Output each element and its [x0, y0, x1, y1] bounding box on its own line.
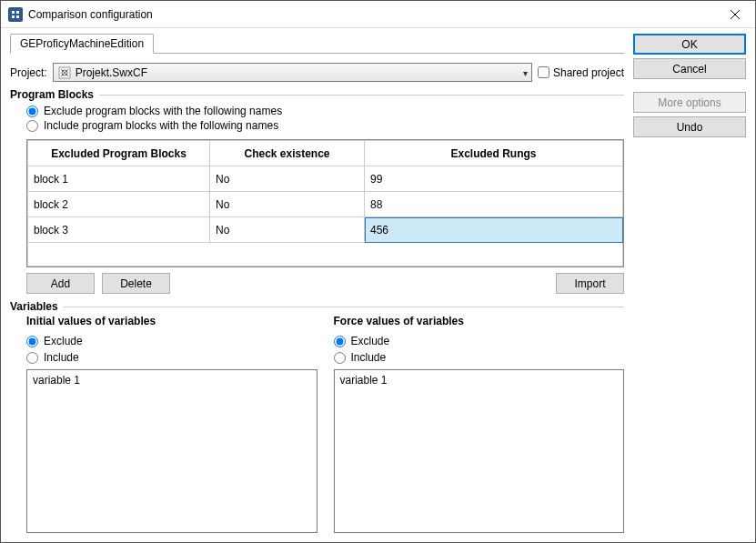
close-icon	[731, 10, 740, 19]
project-file-icon	[57, 65, 72, 80]
force-values-panel: Force values of variables Exclude Includ…	[334, 315, 625, 533]
force-exclude-input[interactable]	[334, 336, 346, 347]
program-blocks-group: Program Blocks Exclude program blocks wi…	[10, 95, 624, 294]
cell-check[interactable]: No	[210, 192, 365, 217]
svg-rect-2	[12, 15, 15, 18]
more-options-button[interactable]: More options	[633, 92, 746, 113]
window-title: Comparison configuration	[28, 8, 153, 21]
cell-rungs-selected[interactable]: 456	[365, 217, 623, 243]
tabstrip: GEProficyMachineEdition	[10, 34, 624, 54]
cell-rungs[interactable]: 99	[365, 166, 623, 192]
shared-project-label: Shared project	[553, 66, 624, 79]
table-row[interactable]: block 1 No 99	[28, 166, 623, 192]
ok-button[interactable]: OK	[633, 34, 746, 55]
empty-cell[interactable]	[28, 243, 623, 266]
initial-exclude-label: Exclude	[44, 335, 83, 347]
shared-project-checkbox[interactable]: Shared project	[538, 66, 624, 79]
import-button[interactable]: Import	[556, 273, 624, 294]
force-heading: Force values of variables	[334, 315, 625, 327]
side-button-panel: OK Cancel More options Undo	[633, 34, 746, 533]
program-blocks-table[interactable]: Excluded Program Blocks Check existence …	[26, 139, 624, 267]
pb-exclude-input[interactable]	[26, 106, 38, 117]
force-exclude-label: Exclude	[351, 335, 390, 347]
initial-values-panel: Initial values of variables Exclude Incl…	[26, 315, 318, 533]
table-row-empty[interactable]	[28, 243, 623, 266]
list-item[interactable]: variable 1	[33, 374, 311, 387]
tab-ge-proficy[interactable]: GEProficyMachineEdition	[10, 34, 154, 54]
initial-exclude-input[interactable]	[26, 336, 38, 347]
pb-exclude-radio[interactable]: Exclude program blocks with the followin…	[26, 105, 624, 117]
chevron-down-icon: ▾	[523, 67, 528, 77]
svg-rect-0	[12, 11, 15, 14]
program-blocks-legend: Program Blocks	[10, 88, 99, 101]
cell-name[interactable]: block 1	[28, 166, 210, 192]
pb-include-input[interactable]	[26, 120, 38, 132]
force-include-radio[interactable]: Include	[334, 351, 625, 364]
cell-name[interactable]: block 3	[28, 217, 210, 243]
titlebar: Comparison configuration	[1, 1, 755, 28]
initial-listbox[interactable]: variable 1	[26, 369, 318, 533]
force-listbox[interactable]: variable 1	[334, 369, 625, 533]
th-excluded-rungs[interactable]: Excluded Rungs	[365, 141, 623, 166]
pb-include-label: Include program blocks with the followin…	[44, 119, 278, 132]
force-exclude-radio[interactable]: Exclude	[334, 335, 625, 347]
th-excluded-blocks[interactable]: Excluded Program Blocks	[28, 141, 210, 166]
project-select[interactable]: Projekt.SwxCF ▾	[53, 63, 532, 82]
initial-heading: Initial values of variables	[26, 315, 318, 327]
pb-include-radio[interactable]: Include program blocks with the followin…	[26, 119, 624, 132]
variables-legend: Variables	[10, 300, 64, 313]
initial-include-radio[interactable]: Include	[26, 351, 318, 364]
variables-group: Variables Initial values of variables Ex…	[10, 307, 624, 533]
initial-exclude-radio[interactable]: Exclude	[26, 335, 318, 347]
dialog-window: Comparison configuration GEProficyMachin…	[0, 0, 756, 543]
shared-project-input[interactable]	[538, 66, 549, 78]
cell-check[interactable]: No	[210, 217, 365, 243]
close-button[interactable]	[714, 1, 755, 28]
initial-include-input[interactable]	[26, 352, 38, 364]
cell-rungs[interactable]: 88	[365, 192, 623, 217]
list-item[interactable]: variable 1	[340, 374, 619, 387]
force-include-input[interactable]	[334, 352, 346, 364]
th-check-existence[interactable]: Check existence	[210, 141, 365, 166]
add-button[interactable]: Add	[26, 273, 95, 294]
table-row[interactable]: block 2 No 88	[28, 192, 623, 217]
cancel-button[interactable]: Cancel	[633, 58, 746, 79]
undo-button[interactable]: Undo	[633, 116, 746, 137]
cell-name[interactable]: block 2	[28, 192, 210, 217]
initial-include-label: Include	[44, 351, 79, 364]
pb-exclude-label: Exclude program blocks with the followin…	[44, 105, 282, 117]
force-include-label: Include	[351, 351, 387, 364]
delete-button[interactable]: Delete	[102, 273, 170, 294]
svg-rect-1	[16, 11, 19, 14]
svg-rect-3	[16, 15, 19, 18]
project-label: Project:	[10, 66, 47, 79]
table-row[interactable]: block 3 No 456	[28, 217, 623, 243]
app-icon	[8, 7, 23, 22]
cell-check[interactable]: No	[210, 166, 365, 192]
project-value: Projekt.SwxCF	[76, 66, 147, 79]
